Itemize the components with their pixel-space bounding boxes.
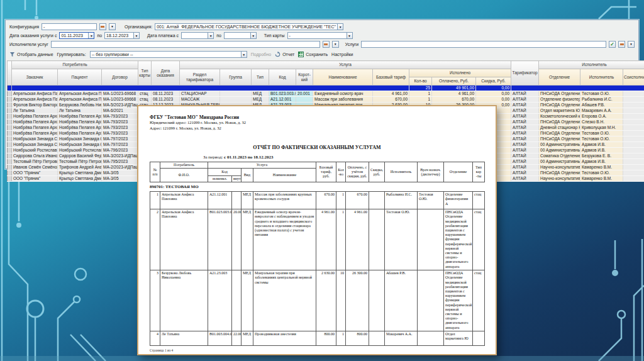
grid-cell[interactable]: 1 bbox=[409, 97, 432, 103]
grid-cell[interactable]: МА-3/05 bbox=[102, 170, 138, 176]
chevron-down-icon[interactable]: ▼ bbox=[337, 24, 343, 30]
grid-cell[interactable] bbox=[623, 165, 644, 170]
grid-total-row[interactable]: 25 49 901,00 0,00 bbox=[8, 86, 644, 91]
grid-cell[interactable]: Апрельская Анфиса Павл bbox=[12, 97, 58, 103]
grid-cell[interactable] bbox=[623, 108, 644, 114]
column-header-department[interactable]: Отделение bbox=[539, 69, 580, 86]
grid-cell[interactable]: АЛТАЙ bbox=[511, 153, 539, 159]
grid-cell[interactable]: Ежедневный осмотр врач bbox=[313, 91, 373, 97]
grid-cell[interactable]: Отделение физиотера bbox=[539, 97, 580, 103]
grid-cell[interactable]: Ноябрьская Зинаида Сте bbox=[12, 136, 58, 142]
grid-cell[interactable]: Апрельская Анфиса Павл bbox=[58, 91, 102, 97]
grid-cell[interactable] bbox=[623, 114, 644, 119]
grid-cell[interactable]: 00 Административны bbox=[539, 142, 580, 148]
grid-cell[interactable] bbox=[296, 97, 313, 103]
grid-cell[interactable]: Ноябрёва Пелагея Архип bbox=[58, 114, 102, 119]
grid-cell[interactable]: Апрельская Анфиса Павл bbox=[58, 97, 102, 103]
column-header-coperformer[interactable]: Соисполнитель bbox=[623, 69, 644, 86]
pay-date-to-combo[interactable]: ▼ bbox=[224, 32, 257, 39]
grid-cell[interactable]: Ноябрёва Пелагея Архип bbox=[58, 119, 102, 125]
grid-cell[interactable]: АЛТАЙ bbox=[511, 170, 539, 176]
grid-cell[interactable]: Ноябрьская Зинаида Сте bbox=[58, 142, 102, 148]
total-qty-cell[interactable]: 25 bbox=[409, 86, 432, 91]
grid-cell[interactable]: 0,00 bbox=[476, 91, 511, 97]
grid-cell[interactable] bbox=[220, 97, 252, 103]
column-header-tarificator[interactable]: Тарификатор bbox=[511, 61, 539, 86]
grid-cell[interactable]: ПНСиОДА Отделение bbox=[539, 91, 580, 97]
card-type-combo[interactable]: - ▼ bbox=[287, 32, 353, 39]
chevron-down-icon[interactable]: ▼ bbox=[133, 33, 139, 38]
grid-cell[interactable]: Ноябрьская Зинаида Сте bbox=[12, 142, 58, 148]
column-header-tariff-section[interactable]: Раздел тарификатора bbox=[180, 69, 220, 86]
grid-cell[interactable] bbox=[623, 119, 644, 125]
grid-cell[interactable] bbox=[623, 176, 644, 182]
grid-cell[interactable]: Егорова О.А. bbox=[580, 114, 623, 119]
grid-cell[interactable] bbox=[623, 103, 644, 108]
grid-cell[interactable] bbox=[623, 170, 644, 176]
grid-cell[interactable]: МА-793/2023 bbox=[102, 125, 138, 131]
grid-cell[interactable]: 670,00 bbox=[373, 97, 409, 103]
grid-cell[interactable] bbox=[623, 148, 644, 153]
grid-row[interactable]: Апрельская Анфиса ПавлАпрельская Анфиса … bbox=[8, 91, 644, 97]
grid-cell[interactable]: ООО "Пряник" bbox=[12, 176, 58, 182]
config-combo[interactable]: - bbox=[42, 23, 97, 30]
grid-cell[interactable]: Соматика Отделение bbox=[539, 153, 580, 159]
grid-cell[interactable]: Массаж при заболевания bbox=[313, 97, 373, 103]
grid-cell[interactable] bbox=[623, 91, 644, 97]
grid-cell[interactable]: МА-796/2023 bbox=[102, 148, 138, 153]
grid-cell[interactable]: Ноябрьская Зинаида Сте bbox=[58, 136, 102, 142]
grid-cell[interactable]: Тестовая О.Ю. bbox=[580, 131, 623, 136]
grid-cell[interactable]: Рыбалкина И.С. bbox=[580, 97, 623, 103]
save-button[interactable]: Сохранить bbox=[298, 52, 328, 57]
grid-cell[interactable]: Иванов Семён Семёнови bbox=[12, 165, 58, 170]
grid-cell[interactable]: МА-797/2023 bbox=[102, 136, 138, 142]
group-header-executed[interactable]: Исполнено bbox=[409, 69, 511, 77]
column-header-base-tariff[interactable]: Базовый тариф bbox=[373, 69, 409, 86]
grid-cell[interactable]: Абашев Р.В. bbox=[580, 103, 623, 108]
column-header-group[interactable]: Группа bbox=[220, 69, 252, 86]
grid-cell[interactable]: Тестовый Пётр Петрович bbox=[12, 159, 58, 165]
column-header-short[interactable]: Корот-кий bbox=[296, 69, 313, 86]
grid-cell[interactable] bbox=[623, 142, 644, 148]
grid-cell[interactable]: 1 bbox=[409, 91, 432, 97]
grid-cell[interactable]: МА-5/2023-ИДПац bbox=[102, 103, 138, 108]
total-discount-cell[interactable]: 0,00 bbox=[476, 86, 511, 91]
grid-cell[interactable]: B01.023.003.001 bbox=[269, 91, 296, 97]
column-header-patient[interactable]: Пациент bbox=[58, 69, 102, 86]
grid-cell[interactable] bbox=[220, 91, 252, 97]
grid-cell[interactable]: 670,00 bbox=[432, 97, 476, 103]
services-clear-button[interactable] bbox=[618, 41, 625, 48]
grid-cell[interactable]: ПНСиОДА Отделение bbox=[539, 136, 580, 142]
column-header-contract[interactable]: Договор bbox=[102, 69, 138, 86]
grid-cell[interactable]: стац bbox=[138, 97, 152, 103]
grid-cell[interactable]: МА-2/2023-ИДПац bbox=[102, 165, 138, 170]
grid-cell[interactable]: Трифонов Андрей Анатол bbox=[58, 165, 102, 170]
column-header-service-date[interactable]: Дата оказания bbox=[152, 61, 180, 86]
column-header-name[interactable]: Наименование bbox=[313, 69, 373, 86]
grid-cell[interactable] bbox=[623, 125, 644, 131]
grid-cell[interactable]: АЛТАЙ bbox=[511, 148, 539, 153]
grid-cell[interactable]: Ноябрёва Пелагея Архип bbox=[12, 131, 58, 136]
grid-cell[interactable]: АЛТАЙ bbox=[511, 97, 539, 103]
grid-cell[interactable]: 20.001 bbox=[296, 91, 313, 97]
grid-cell[interactable]: АЛТАЙ bbox=[511, 103, 539, 108]
grid-cell[interactable]: МА-793/2023 bbox=[102, 131, 138, 136]
column-header-performer[interactable]: Исполнитель bbox=[580, 69, 623, 86]
grid-cell[interactable] bbox=[623, 136, 644, 142]
grid-cell[interactable]: Криволуцкая М.Н. bbox=[580, 125, 623, 131]
grid-cell[interactable]: МА-3/05 bbox=[102, 176, 138, 182]
grid-cell[interactable]: Дневной стационар К bbox=[539, 125, 580, 131]
grid-cell[interactable] bbox=[623, 153, 644, 159]
group-combo[interactable]: -- без группировки -- ▼ bbox=[90, 51, 247, 58]
grid-cell[interactable]: МА-797/2023 bbox=[102, 142, 138, 148]
grid-cell[interactable]: Ноябрёва Пелагея Архип bbox=[12, 125, 58, 131]
select-data-button[interactable]: Отобрать данные bbox=[9, 52, 53, 57]
grid-cell[interactable]: МА-1/2023-69668 bbox=[102, 91, 138, 97]
grid-cell[interactable]: МЕД bbox=[252, 97, 269, 103]
grid-cell[interactable]: 08.11.2023 bbox=[152, 91, 180, 97]
chevron-down-icon[interactable]: ▼ bbox=[208, 33, 213, 38]
total-paid-cell[interactable]: 49 901,00 bbox=[432, 86, 476, 91]
grid-cell[interactable]: Ноябрьский Ростислав А bbox=[58, 148, 102, 153]
grid-cell[interactable]: МА-793/2023 bbox=[102, 114, 138, 119]
grid-cell[interactable] bbox=[12, 86, 409, 91]
